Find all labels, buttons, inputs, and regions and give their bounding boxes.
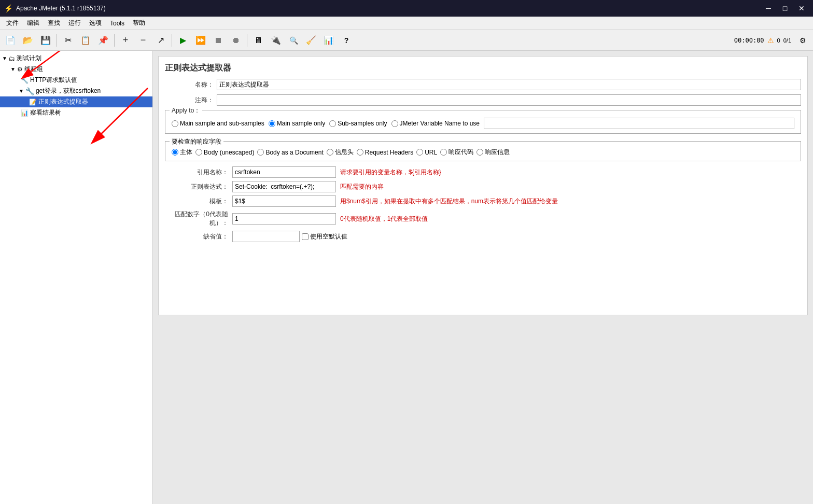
run-button[interactable]: ▶ xyxy=(175,32,191,49)
radio-url[interactable]: URL xyxy=(416,149,437,156)
tree-item-thread-group[interactable]: ▼ ⚙ 线程组 xyxy=(0,64,152,75)
function-helper[interactable]: 📊 xyxy=(320,32,337,49)
tree-node-label: 察看结果树 xyxy=(30,108,61,117)
main-area: ▼ 🗂 测试计划 ▼ ⚙ 线程组 🔧 HTTP请求默认值 ▼ 🔧 get登录，获… xyxy=(0,51,813,504)
tree-node-icon: 📝 xyxy=(29,99,37,106)
fields-area: 引用名称： 请求要引用的变量名称，${引用名称} 正则表达式： 匹配需要的内容 … xyxy=(165,166,801,242)
regex-label: 正则表达式： xyxy=(165,183,232,191)
tree-node-icon: 📊 xyxy=(21,109,29,117)
warn-count: 0 xyxy=(777,37,780,44)
add-button[interactable]: + xyxy=(117,32,134,49)
expand-button[interactable]: ↗ xyxy=(152,32,169,49)
close-button[interactable]: ✕ xyxy=(794,1,809,16)
name-input[interactable] xyxy=(217,79,801,90)
maximize-button[interactable]: □ xyxy=(778,1,792,16)
radio-body-doc[interactable]: Body as a Document xyxy=(257,149,323,156)
tree-item-regex-extractor[interactable]: 📝 正则表达式提取器 xyxy=(0,96,152,107)
tree-node-label: get登录，获取csrftoken xyxy=(36,87,101,95)
radio-main-and-sub[interactable]: Main sample and sub-samples xyxy=(172,120,264,127)
tree-item-get-login[interactable]: ▼ 🔧 get登录，获取csrftoken xyxy=(0,86,152,96)
template-label: 模板： xyxy=(165,197,232,206)
use-empty-checkbox-label[interactable]: 使用空默认值 xyxy=(302,232,347,241)
comment-input[interactable] xyxy=(217,94,801,106)
radio-info-head[interactable]: 信息头 xyxy=(327,148,354,157)
expand-icon: ▼ xyxy=(10,66,16,72)
tree-node-label: 测试计划 xyxy=(17,54,41,63)
tree-item-test-plan[interactable]: ▼ 🗂 测试计划 xyxy=(0,53,152,64)
stop-button[interactable]: ⏹ xyxy=(210,32,227,49)
response-legend: 要检查的响应字段 xyxy=(170,137,223,146)
template-input[interactable] xyxy=(232,195,336,207)
panel-title: 正则表达式提取器 xyxy=(165,63,801,74)
radio-main-only[interactable]: Main sample only xyxy=(269,120,325,127)
app-icon: ⚡ xyxy=(4,4,13,12)
match-no-label: 匹配数字（0代表随机）： xyxy=(165,210,232,228)
expand-icon: ▼ xyxy=(19,88,24,94)
regex-input[interactable] xyxy=(232,181,336,192)
match-no-hint: 0代表随机取值，1代表全部取值 xyxy=(340,215,428,223)
radio-request-headers[interactable]: Request Headers xyxy=(357,149,413,156)
tree-node-icon: 🔧 xyxy=(25,87,34,95)
menu-file[interactable]: 文件 xyxy=(2,18,23,29)
search-tool[interactable]: 🔍 xyxy=(285,32,302,49)
help-btn[interactable]: ? xyxy=(338,32,355,49)
tree-node-icon: 🗂 xyxy=(9,55,15,62)
expand-icon: ▼ xyxy=(2,55,7,61)
radio-response-msg[interactable]: 响应信息 xyxy=(476,148,510,157)
tree-node-label: HTTP请求默认值 xyxy=(30,76,77,85)
match-no-input[interactable] xyxy=(232,213,336,225)
menubar: 文件 编辑 查找 运行 选项 Tools 帮助 xyxy=(0,17,813,30)
default-input[interactable] xyxy=(232,231,300,242)
response-radios: 主体 Body (unescaped) Body as a Document 信… xyxy=(172,146,794,157)
remote-stop[interactable]: 🔌 xyxy=(268,32,284,49)
paste-button[interactable]: 📌 xyxy=(95,32,111,49)
regex-extractor-form: 正则表达式提取器 名称： 注释： Apply to： Main sample a… xyxy=(158,56,808,315)
menu-tools[interactable]: Tools xyxy=(106,18,129,29)
menu-help[interactable]: 帮助 xyxy=(129,18,149,29)
shutdown-button[interactable]: ⏺ xyxy=(228,32,244,49)
template-hint: 用$num$引用，如果在提取中有多个匹配结果，num表示将第几个值匹配给变量 xyxy=(340,197,558,206)
tree-node-label: 正则表达式提取器 xyxy=(38,97,88,106)
remote-start[interactable]: 🖥 xyxy=(250,32,267,49)
minimize-button[interactable]: ─ xyxy=(761,1,776,16)
menu-find[interactable]: 查找 xyxy=(44,18,64,29)
tree-item-http-default[interactable]: 🔧 HTTP请求默认值 xyxy=(0,75,152,86)
match-no-row: 匹配数字（0代表随机）： 0代表随机取值，1代表全部取值 xyxy=(165,210,801,228)
menu-options[interactable]: 选项 xyxy=(85,18,106,29)
remove-button[interactable]: − xyxy=(135,32,151,49)
apply-to-radios: Main sample and sub-samples Main sample … xyxy=(172,115,794,129)
open-button[interactable]: 📂 xyxy=(20,32,36,49)
name-label: 名称： xyxy=(165,80,217,89)
warning-icon: ⚠ xyxy=(767,36,774,45)
use-empty-checkbox[interactable] xyxy=(302,233,309,240)
copy-button[interactable]: 📋 xyxy=(77,32,94,49)
new-button[interactable]: 📄 xyxy=(2,32,19,49)
toolbar: 📄 📂 💾 ✂ 📋 📌 + − ↗ ▶ ⏩ ⏹ ⏺ 🖥 🔌 🔍 🧹 📊 ? 00… xyxy=(0,30,813,51)
radio-jmeter-var[interactable]: JMeter Variable Name to use xyxy=(391,120,480,127)
ref-name-input[interactable] xyxy=(232,166,336,178)
name-row: 名称： xyxy=(165,79,801,90)
radio-response-code[interactable]: 响应代码 xyxy=(440,148,473,157)
tree-node-icon: 🔧 xyxy=(21,77,29,84)
radio-body[interactable]: 主体 xyxy=(172,148,192,157)
tree-item-view-result[interactable]: 📊 察看结果树 xyxy=(0,107,152,118)
menu-edit[interactable]: 编辑 xyxy=(23,18,44,29)
template-row: 模板： 用$num$引用，如果在提取中有多个匹配结果，num表示将第几个值匹配给… xyxy=(165,195,801,207)
menu-run[interactable]: 运行 xyxy=(64,18,85,29)
right-panel: 正则表达式提取器 名称： 注释： Apply to： Main sample a… xyxy=(153,51,813,504)
regex-hint: 匹配需要的内容 xyxy=(340,183,384,191)
titlebar: ⚡ Apache JMeter (5.1.1 r1855137) ─ □ ✕ xyxy=(0,0,813,17)
ref-name-hint: 请求要引用的变量名称，${引用名称} xyxy=(340,168,441,177)
save-button[interactable]: 💾 xyxy=(37,32,54,49)
clear-btn[interactable]: 🧹 xyxy=(303,32,319,49)
jmeter-var-input[interactable] xyxy=(484,118,794,129)
radio-sub-only[interactable]: Sub-samples only xyxy=(329,120,387,127)
test-plan-tree: ▼ 🗂 测试计划 ▼ ⚙ 线程组 🔧 HTTP请求默认值 ▼ 🔧 get登录，获… xyxy=(0,51,153,504)
run-no-pauses[interactable]: ⏩ xyxy=(192,32,209,49)
settings-button[interactable]: ⚙ xyxy=(794,32,811,49)
apply-to-legend: Apply to： xyxy=(170,106,202,115)
ref-name-label: 引用名称： xyxy=(165,168,232,177)
radio-body-unescaped[interactable]: Body (unescaped) xyxy=(195,149,254,156)
tree-node-label: 线程组 xyxy=(24,65,43,74)
cut-button[interactable]: ✂ xyxy=(60,32,76,49)
